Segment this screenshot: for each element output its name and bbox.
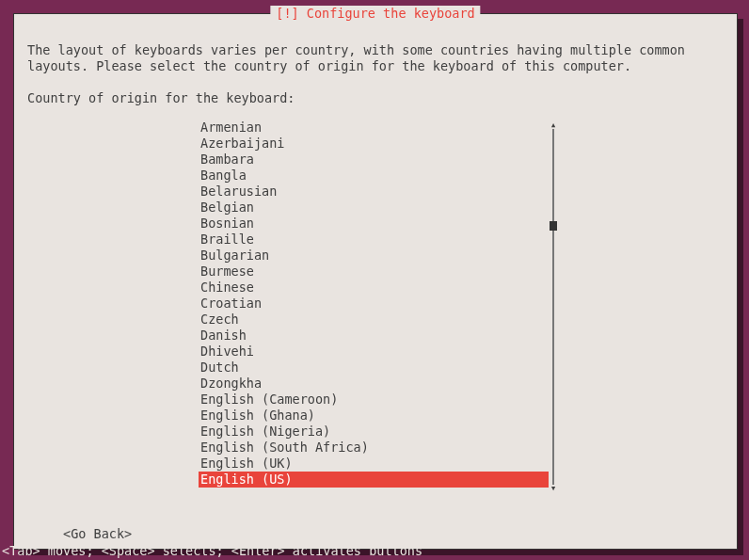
help-bar: <Tab> moves; <Space> selects; <Enter> ac… [0, 542, 749, 560]
list-item[interactable]: English (UK) [199, 456, 549, 472]
list-item[interactable]: Azerbaijani [199, 136, 549, 152]
dialog-configure-keyboard: [!] Configure the keyboard The layout of… [13, 13, 738, 550]
list-item[interactable]: English (Ghana) [199, 408, 549, 424]
list-item[interactable]: Belarusian [199, 184, 549, 200]
list-item[interactable]: Bangla [199, 168, 549, 184]
list-item[interactable]: Dutch [199, 360, 549, 376]
go-back-button[interactable]: <Go Back> [63, 526, 132, 542]
list-item[interactable]: English (US) [199, 472, 549, 488]
list-item[interactable]: English (Cameroon) [199, 392, 549, 408]
list-item[interactable]: Croatian [199, 296, 549, 312]
list-item[interactable]: Czech [199, 312, 549, 328]
list-item[interactable]: Braille [199, 232, 549, 248]
list-item[interactable]: Burmese [199, 264, 549, 280]
dialog-prompt: Country of origin for the keyboard: [27, 90, 725, 106]
dialog-title: [!] Configure the keyboard [270, 6, 480, 22]
list-item[interactable]: Armenian [199, 120, 549, 136]
list-item[interactable]: Chinese [199, 280, 549, 296]
list-item[interactable]: Belgian [199, 200, 549, 216]
list-item[interactable]: English (Nigeria) [199, 424, 549, 440]
list-item[interactable]: Bulgarian [199, 248, 549, 264]
scroll-track-line [552, 129, 554, 485]
scroll-thumb[interactable] [550, 221, 557, 231]
list-item[interactable]: Dhivehi [199, 344, 549, 360]
scrollbar[interactable]: ▴ ▾ [547, 120, 560, 494]
scroll-down-icon[interactable]: ▾ [547, 483, 560, 494]
list-item[interactable]: Dzongkha [199, 376, 549, 392]
list-item[interactable]: Danish [199, 328, 549, 344]
keyboard-country-list[interactable]: ArmenianAzerbaijaniBambaraBanglaBelarusi… [199, 120, 549, 488]
list-item[interactable]: English (South Africa) [199, 440, 549, 456]
dialog-message: The layout of keyboards varies per count… [27, 42, 725, 74]
list-item[interactable]: Bambara [199, 152, 549, 168]
list-item[interactable]: Bosnian [199, 216, 549, 232]
